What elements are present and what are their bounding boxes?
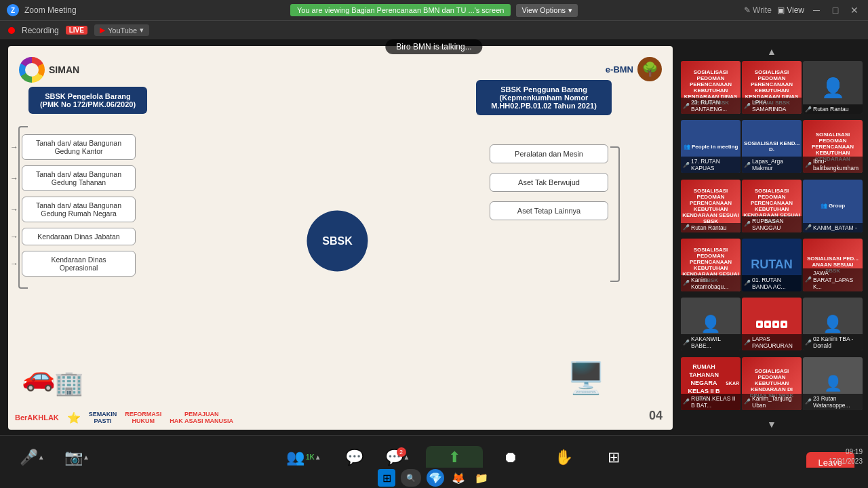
tile-name: 17. RUTAN KAPUAS xyxy=(691,158,738,171)
participant-tile[interactable]: 👤 🎤Rutan Rantau xyxy=(803,61,863,114)
pemajuan-logo: PEMAJUANHAK ASASI MANUSIA xyxy=(170,411,233,424)
participant-tile[interactable]: SOSIALISASI PEDOMAN PERENCANAAN KEBUTUHA… xyxy=(742,180,802,232)
participant-tile[interactable]: SOSIALISASI PEDOMAN PERENCANAAN KEBUTUHA… xyxy=(681,180,741,232)
participant-tile[interactable]: 👤 🎤KAKANWIL BABE... xyxy=(681,298,741,350)
participant-tile[interactable]: 👤 🎤02 Kanim TBA - Donald xyxy=(803,298,863,350)
participant-tile[interactable]: SOSIALISASI PEDOMAN KEBUTUHAN KENDARAAN … xyxy=(742,357,802,410)
participant-tile[interactable]: 👥 Group 🎤KANIM_BATAM - xyxy=(803,180,863,232)
participant-tile[interactable]: SOSIALISASI KEND...D. 🎤Lapas_Arga Makmur xyxy=(742,120,802,173)
write-icon[interactable]: ✎ Write xyxy=(744,5,772,15)
footer-logos: BerAKHLAK ⭐ SEMAKINPASTI REFORMASIHUKUM … xyxy=(15,411,233,424)
participant-tile[interactable]: SOSIALISASI PEDOMAN PERENCANAAN KEBUTUHA… xyxy=(681,239,741,291)
chat-badge: 2 xyxy=(397,447,406,457)
windows-start-button[interactable]: ⊞ xyxy=(378,469,395,487)
time: 09:19 xyxy=(829,447,863,457)
tile-name: KAKANWIL BABE... xyxy=(691,336,738,349)
titlebar: Z Zoom Meeting You are viewing Bagian Pe… xyxy=(0,0,868,20)
siman-logo: SIMAN xyxy=(19,57,79,83)
tile-name: KANIM_BATAM - xyxy=(813,224,857,231)
participant-tile[interactable]: 👤 🎤23 Rutan Watansoppe... xyxy=(803,357,863,410)
minimize-button[interactable]: ─ xyxy=(810,5,823,16)
list-item: Tanah dan/ atau BangunanGedung Tahanan xyxy=(22,165,136,191)
sbsk-right-box: SBSK Pengguna Barang (Kepmenkumham Nomor… xyxy=(476,80,612,115)
apps-icon: ⊞ xyxy=(608,449,620,466)
tile-name: 01. RUTAN BANDA AC... xyxy=(752,277,800,290)
cortana-icon[interactable]: 💎 xyxy=(427,469,444,487)
list-item: Kendaraan DinasOperasional xyxy=(22,251,136,277)
recording-text: Recording xyxy=(22,26,59,35)
chevron-down-icon: ▾ xyxy=(568,6,572,15)
slide-header: SIMAN e-BMN 🌳 xyxy=(19,57,662,83)
taskbar: ⊞ 🔍 💎 🦊 📁 xyxy=(0,468,868,488)
close-button[interactable]: ✕ xyxy=(848,5,861,16)
tile-name: Lapas_Arga Makmur xyxy=(752,158,800,171)
siman-text: SIMAN xyxy=(49,64,79,75)
tile-name: RUPBASAN SANGGAU xyxy=(752,218,800,231)
microphone-icon: 🎤 xyxy=(20,449,38,466)
participant-tile[interactable]: RUMAH TAHANAN NEGARAKELAS II B BAT...SKA… xyxy=(681,357,741,410)
participants-icon: 👥 xyxy=(286,449,304,466)
search-taskbar-icon[interactable]: 🔍 xyxy=(401,469,421,487)
participant-tile[interactable]: SOSIALISASI PEDOMAN PERENCANAAN KEBUTUHA… xyxy=(681,61,741,114)
system-time: 09:19 17/01/2023 xyxy=(829,447,863,466)
tile-name: 02 Kanim TBA - Donald xyxy=(813,336,861,349)
car-icon: 🚗 xyxy=(22,361,56,392)
participant-tile[interactable]: SOSIALISASI PED... ANAAN SESUAI SBSK 🎤JA… xyxy=(803,239,863,291)
right-items-list: Peralatan dan Mesin Aset Tak Berwujud As… xyxy=(490,144,608,220)
computer-icon: 🖥️ xyxy=(567,360,605,396)
unmute-arrow[interactable]: ▲ xyxy=(38,453,45,461)
tile-name: JAWA BARAT_LAPAS K... xyxy=(813,270,861,290)
collapse-button[interactable]: ▲ xyxy=(681,46,863,57)
video-arrow[interactable]: ▲ xyxy=(83,453,90,461)
sidebar: ▲ SOSIALISASI PEDOMAN PERENCANAAN KEBUTU… xyxy=(678,41,868,435)
date: 17/01/2023 xyxy=(829,457,863,466)
raise-hand-icon: ✋ xyxy=(555,449,573,466)
expand-button[interactable]: ▼ xyxy=(681,419,863,430)
tile-name: LAPAS PANGURURAN xyxy=(752,336,800,349)
record-icon: ⏺ xyxy=(503,449,518,466)
participant-tile[interactable]: RUTAN 🎤01. RUTAN BANDA AC... xyxy=(742,239,802,291)
title-text: Zoom Meeting xyxy=(24,5,77,15)
participant-tile[interactable]: ■ ■ ■ ■ 🎤LAPAS PANGURURAN xyxy=(742,298,802,350)
main-content: SIMAN e-BMN 🌳 SBSK Pengelola Barang (PMK… xyxy=(0,41,868,435)
tile-name: LPKA SAMARINDA xyxy=(752,99,800,113)
participant-grid: SOSIALISASI PEDOMAN PERENCANAAN KEBUTUHA… xyxy=(681,61,863,415)
qa-icon: 💬 xyxy=(345,449,363,466)
participant-tile[interactable]: SOSIALISASI PEDOMAN PERENCANAAN KEBUTUHA… xyxy=(742,61,802,114)
tile-name: 23 Rutan Watansoppe... xyxy=(813,395,861,409)
tile-name: RUTAN KELAS II B BAT... xyxy=(691,395,738,409)
firefox-icon[interactable]: 🦊 xyxy=(450,469,467,487)
chevron-down-icon: ▾ xyxy=(140,26,144,35)
sbsk-left-box: SBSK Pengelola Barang (PMK No 172/PMK.06… xyxy=(28,87,147,114)
maximize-button[interactable]: □ xyxy=(829,5,842,16)
titlebar-left: Z Zoom Meeting xyxy=(7,4,77,16)
live-badge: LIVE xyxy=(66,26,87,35)
tile-name: Rutan Rantau xyxy=(691,224,726,231)
youtube-button[interactable]: ▶ YouTube ▾ xyxy=(94,24,149,36)
view-options-button[interactable]: View Options ▾ xyxy=(516,4,578,17)
ebmn-text: e-BMN xyxy=(606,64,633,75)
list-item: Tanah dan/ atau BangunanGedung Kantor xyxy=(22,134,136,160)
presentation-area: SIMAN e-BMN 🌳 SBSK Pengelola Barang (PMK… xyxy=(8,46,673,430)
participants-arrow[interactable]: ▲ xyxy=(315,453,321,461)
list-item: Kendaraan Dinas Jabatan xyxy=(22,228,136,245)
tile-name: Ibnu-balitbangkumham xyxy=(813,158,861,171)
building-icon: 🏢 xyxy=(54,369,84,397)
folder-icon[interactable]: 📁 xyxy=(473,469,490,487)
list-item: Tanah dan/ atau BangunanGedung Rumah Neg… xyxy=(22,197,136,222)
titlebar-center: You are viewing Bagian Perencanaan BMN d… xyxy=(290,4,578,17)
participants-count: 1K xyxy=(306,453,315,461)
participant-tile[interactable]: 👥 People in meeting 🎤17. RUTAN KAPUAS xyxy=(681,120,741,173)
view-label[interactable]: ▣ View xyxy=(777,5,804,15)
participant-tile[interactable]: SOSIALISASI PEDOMAN PERENCANAAN KEBUTUHA… xyxy=(803,120,863,173)
list-item: Aset Tak Berwujud xyxy=(490,173,608,192)
list-item: Aset Tetap Lainnya xyxy=(490,201,608,220)
tree-icon: 🌳 xyxy=(637,57,662,81)
viewing-banner: You are viewing Bagian Perencanaan BMN d… xyxy=(290,4,511,16)
sbsk-circle: SBSK xyxy=(307,211,368,272)
siman-circle-icon xyxy=(19,57,45,83)
talking-banner: Biro BMN is talking... xyxy=(385,39,482,54)
share-screen-icon: ⬆ xyxy=(448,449,460,466)
tile-name: 23. RUTAN BANTAENG... xyxy=(691,99,738,113)
recording-bar: Recording LIVE ▶ YouTube ▾ xyxy=(0,20,868,39)
